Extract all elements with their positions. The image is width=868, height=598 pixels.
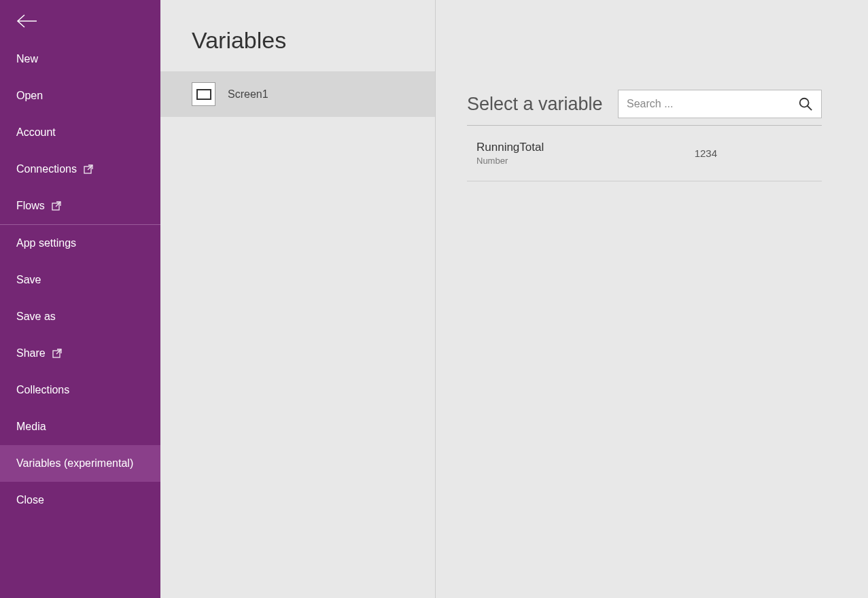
nav-item-account[interactable]: Account: [0, 114, 160, 151]
nav-item-label: Save: [16, 274, 41, 286]
svg-line-4: [56, 202, 60, 207]
nav-item-label: Flows: [16, 200, 45, 212]
external-link-icon: [84, 164, 93, 174]
back-arrow-icon: [16, 14, 38, 29]
variable-name: RunningTotal: [476, 141, 544, 154]
nav-item-app-settings[interactable]: App settings: [0, 225, 160, 262]
page-title: Variables: [160, 0, 435, 71]
nav-item-label: Close: [16, 494, 44, 506]
nav-item-share[interactable]: Share: [0, 335, 160, 372]
nav-item-label: New: [16, 53, 38, 65]
nav-item-label: Media: [16, 421, 46, 433]
external-link-icon: [52, 201, 61, 211]
search-box[interactable]: [618, 90, 822, 118]
nav-item-save-as[interactable]: Save as: [0, 298, 160, 335]
nav-item-close[interactable]: Close: [0, 482, 160, 518]
nav-item-label: Collections: [16, 384, 69, 396]
variable-info: RunningTotalNumber: [476, 141, 544, 166]
external-link-icon: [52, 349, 62, 358]
nav-item-save[interactable]: Save: [0, 262, 160, 298]
svg-line-8: [808, 106, 812, 110]
nav-item-collections[interactable]: Collections: [0, 372, 160, 408]
nav-item-label: Account: [16, 126, 56, 139]
nav-item-new[interactable]: New: [0, 41, 160, 77]
screen-label: Screen1: [228, 88, 268, 101]
nav-item-label: Share: [16, 347, 46, 359]
variable-value: 1234: [695, 147, 717, 159]
svg-line-6: [56, 349, 61, 354]
right-header: Select a variable: [467, 90, 822, 126]
variable-row[interactable]: RunningTotalNumber1234: [467, 126, 822, 181]
back-button[interactable]: [0, 0, 160, 41]
nav-item-media[interactable]: Media: [0, 408, 160, 445]
search-icon[interactable]: [798, 96, 813, 111]
sidebar: NewOpenAccountConnectionsFlows App setti…: [0, 0, 160, 598]
screen-row[interactable]: Screen1: [160, 71, 435, 117]
nav-item-variables-experimental[interactable]: Variables (experimental): [0, 445, 160, 482]
nav-item-label: Connections: [16, 163, 77, 175]
nav-item-flows[interactable]: Flows: [0, 188, 160, 224]
svg-line-2: [88, 165, 92, 170]
variable-type: Number: [476, 156, 544, 166]
search-input[interactable]: [627, 98, 798, 110]
nav-item-label: App settings: [16, 237, 76, 249]
svg-point-7: [800, 99, 809, 107]
nav-item-label: Variables (experimental): [16, 457, 133, 470]
screen-icon: [192, 82, 215, 106]
middle-panel: Variables Screen1: [160, 0, 436, 598]
nav-item-connections[interactable]: Connections: [0, 151, 160, 188]
nav-item-open[interactable]: Open: [0, 77, 160, 114]
right-panel: Select a variable RunningTotalNumber1234: [436, 0, 868, 598]
select-variable-label: Select a variable: [467, 94, 603, 115]
nav-item-label: Save as: [16, 311, 56, 323]
nav-item-label: Open: [16, 90, 43, 102]
